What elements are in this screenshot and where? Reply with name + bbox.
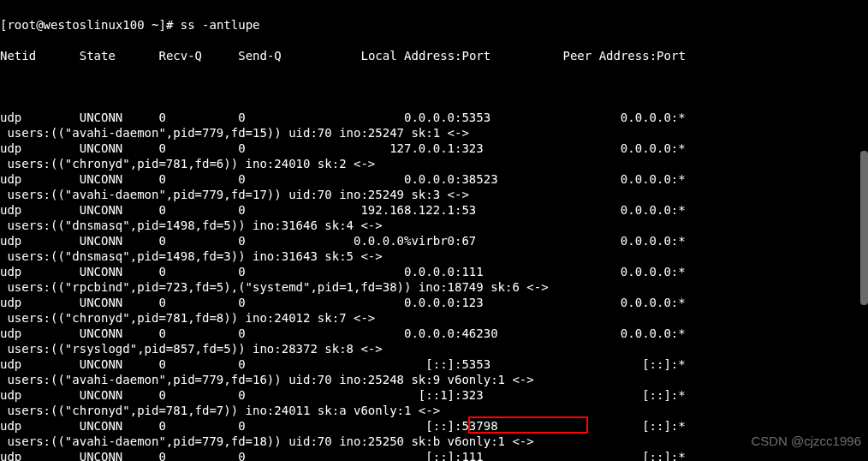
header-peer: Peer Address:Port [563, 49, 686, 63]
scrollbar-thumb[interactable] [860, 151, 868, 305]
socket-row: udp UNCONN 0 0 0.0.0.0:38523 0.0.0.0:* [0, 171, 868, 187]
socket-row-users: users:(("chronyd",pid=781,fd=6)) ino:240… [0, 156, 868, 171]
socket-row: udp UNCONN 0 0 0.0.0.0:5353 0.0.0.0:* [0, 110, 868, 125]
socket-row-users: users:(("rpcbind",pid=723,fd=5),("system… [0, 279, 868, 295]
socket-row: udp UNCONN 0 0 0.0.0.0%virbr0:67 0.0.0.0… [0, 233, 868, 248]
header-netid: Netid [0, 49, 36, 63]
socket-row-users: users:(("rsyslogd",pid=857,fd=5)) ino:28… [0, 341, 868, 356]
prompt-host: westoslinux100 [44, 18, 145, 32]
socket-row-users: users:(("dnsmasq",pid=1498,fd=3)) ino:31… [0, 248, 868, 264]
prompt-at: @ [36, 18, 43, 32]
header-line: Netid State Recv-Q Send-Q Local Address:… [0, 48, 868, 63]
prompt-bracket-close: ] [158, 18, 165, 32]
socket-row-users: users:(("avahi-daemon",pid=779,fd=15)) u… [0, 125, 868, 141]
prompt-command: ss -antlupe [181, 18, 260, 32]
socket-row-users: users:(("dnsmasq",pid=1498,fd=5)) ino:31… [0, 218, 868, 233]
socket-row: udp UNCONN 0 0 [::1]:323 [::]:* [0, 387, 868, 403]
header-state: State [80, 49, 116, 63]
scrollbar-track[interactable] [860, 0, 868, 461]
header-recvq: Recv-Q [158, 49, 202, 63]
blank-line [0, 79, 868, 94]
socket-row: udp UNCONN 0 0 [::]:53798 [::]:* [0, 418, 868, 434]
socket-row: udp UNCONN 0 0 127.0.0.1:323 0.0.0.0:* [0, 141, 868, 156]
socket-row-users: users:(("avahi-daemon",pid=779,fd=17)) u… [0, 187, 868, 202]
prompt-symbol: # [166, 18, 173, 32]
socket-row-users: users:(("avahi-daemon",pid=779,fd=16)) u… [0, 372, 868, 387]
socket-row: udp UNCONN 0 0 0.0.0.0:123 0.0.0.0:* [0, 295, 868, 310]
header-sendq: Send-Q [238, 49, 282, 63]
prompt-line: [root@westoslinux100 ~]# ss -antlupe [0, 17, 868, 33]
socket-row: udp UNCONN 0 0 0.0.0.0:46230 0.0.0.0:* [0, 326, 868, 341]
socket-row-users: users:(("chronyd",pid=781,fd=8)) ino:240… [0, 310, 868, 326]
socket-row: udp UNCONN 0 0 192.168.122.1:53 0.0.0.0:… [0, 202, 868, 218]
terminal-output[interactable]: [root@westoslinux100 ~]# ss -antlupe Net… [0, 0, 868, 461]
socket-row: udp UNCONN 0 0 [::]:111 [::]:* [0, 449, 868, 461]
socket-row: udp UNCONN 0 0 0.0.0.0:111 0.0.0.0:* [0, 264, 868, 279]
header-local: Local Address:Port [361, 49, 491, 63]
socket-row-users: users:(("chronyd",pid=781,fd=7)) ino:240… [0, 403, 868, 418]
socket-row-users: users:(("avahi-daemon",pid=779,fd=18)) u… [0, 434, 868, 449]
prompt-user: root [7, 18, 36, 32]
socket-row: udp UNCONN 0 0 [::]:5353 [::]:* [0, 356, 868, 372]
